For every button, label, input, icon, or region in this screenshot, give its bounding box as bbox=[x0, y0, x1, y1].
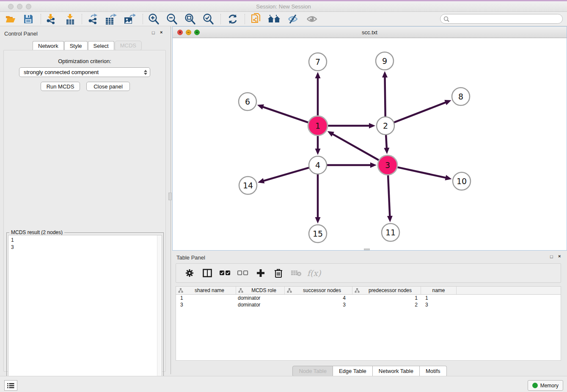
show-all-icon[interactable] bbox=[305, 13, 319, 25]
graph-node-label: 9 bbox=[382, 56, 387, 66]
browser-mode-icon[interactable] bbox=[201, 267, 213, 279]
tab-motifs[interactable]: Motifs bbox=[420, 366, 447, 377]
export-image-icon[interactable] bbox=[122, 13, 137, 25]
tab-edge-table[interactable]: Edge Table bbox=[333, 366, 373, 377]
graph-node-label: 15 bbox=[313, 229, 323, 238]
graph-node-2[interactable]: 2 bbox=[377, 117, 394, 135]
cell-predecessor-nodes[interactable]: 1 bbox=[352, 295, 421, 301]
graph-edge[interactable] bbox=[386, 135, 387, 149]
control-panel: Control Panel □ × Network Style Select M… bbox=[0, 26, 169, 374]
tab-node-table[interactable]: Node Table bbox=[292, 366, 333, 377]
table-row[interactable]: 3 dominator 3 2 3 bbox=[176, 301, 561, 308]
hide-selected-icon[interactable] bbox=[286, 13, 300, 25]
tab-select[interactable]: Select bbox=[88, 41, 114, 51]
network-canvas[interactable]: 7968124314101511 bbox=[173, 38, 564, 251]
zoom-fit-icon[interactable] bbox=[183, 13, 197, 25]
toolbar-separator bbox=[245, 14, 245, 24]
shared-column-icon bbox=[238, 288, 243, 293]
float-panel-icon[interactable]: □ bbox=[152, 30, 155, 35]
cell-shared-name[interactable]: 1 bbox=[176, 295, 236, 301]
graph-node-9[interactable]: 9 bbox=[376, 52, 394, 70]
open-session-icon[interactable] bbox=[3, 13, 18, 25]
refresh-view-icon[interactable] bbox=[226, 13, 240, 25]
zoom-in-icon[interactable] bbox=[146, 13, 161, 25]
search-field[interactable] bbox=[440, 14, 563, 24]
export-table-icon[interactable] bbox=[104, 13, 118, 25]
graph-node-8[interactable]: 8 bbox=[452, 88, 470, 105]
column-header-shared-name[interactable]: shared name bbox=[176, 287, 236, 294]
toolbar-separator bbox=[143, 14, 143, 24]
float-table-panel-icon[interactable]: □ bbox=[550, 254, 553, 259]
memory-button[interactable]: Memory bbox=[528, 380, 563, 391]
cell-mcds-role[interactable]: dominator bbox=[236, 302, 285, 308]
table-panel: Table Panel □ × f(x bbox=[172, 251, 567, 374]
function-builder-icon[interactable]: f(x) bbox=[308, 267, 320, 279]
first-neighbors-icon[interactable] bbox=[267, 13, 281, 25]
graph-edge[interactable] bbox=[388, 175, 390, 217]
graph-edge[interactable] bbox=[263, 168, 309, 181]
column-header-successor-nodes[interactable]: successor nodes bbox=[285, 287, 352, 294]
tab-mcds[interactable]: MCDS bbox=[115, 41, 142, 51]
cell-predecessor-nodes[interactable]: 2 bbox=[352, 302, 421, 308]
column-header-predecessor-nodes[interactable]: predecessor nodes bbox=[352, 287, 421, 294]
cell-name[interactable]: 3 bbox=[421, 302, 457, 308]
cell-successor-nodes[interactable]: 4 bbox=[285, 295, 352, 301]
clone-network-icon[interactable] bbox=[249, 13, 263, 25]
graph-node-4[interactable]: 4 bbox=[309, 156, 327, 174]
save-session-icon[interactable] bbox=[21, 13, 36, 25]
add-column-icon[interactable] bbox=[255, 267, 267, 279]
graph-node-1[interactable]: 1 bbox=[308, 116, 328, 135]
table-row[interactable]: 1 dominator 4 1 1 bbox=[176, 295, 561, 301]
cell-mcds-role[interactable]: dominator bbox=[236, 295, 285, 301]
export-network-icon[interactable] bbox=[85, 13, 100, 25]
graph-node-10[interactable]: 10 bbox=[453, 172, 471, 190]
column-header-name[interactable]: name bbox=[421, 287, 457, 294]
toolbar-separator bbox=[220, 14, 221, 24]
graph-edge[interactable] bbox=[262, 107, 308, 123]
tab-style[interactable]: Style bbox=[64, 41, 88, 51]
network-view-window: × − + scc.txt 7968124314101511 bbox=[172, 26, 567, 251]
tab-network[interactable]: Network bbox=[33, 41, 64, 51]
task-history-button[interactable] bbox=[4, 380, 17, 391]
application-window: Session: New Session bbox=[0, 0, 567, 392]
panel-splitter-handle[interactable] bbox=[168, 193, 172, 200]
graph-node-6[interactable]: 6 bbox=[239, 93, 256, 110]
import-network-icon[interactable] bbox=[44, 13, 58, 25]
graph-node-label: 8 bbox=[458, 92, 463, 101]
graph-edge[interactable] bbox=[385, 77, 385, 117]
cell-shared-name[interactable]: 3 bbox=[176, 302, 236, 308]
cell-name[interactable]: 1 bbox=[421, 295, 457, 301]
mcds-result-text[interactable]: 1 3 bbox=[8, 235, 162, 391]
shared-column-icon bbox=[287, 288, 292, 293]
mcds-result-scrollbar[interactable] bbox=[157, 235, 162, 390]
delete-table-icon[interactable] bbox=[290, 267, 302, 279]
delete-column-icon[interactable] bbox=[272, 267, 284, 279]
graph-node-11[interactable]: 11 bbox=[382, 224, 399, 241]
cell-successor-nodes[interactable]: 3 bbox=[285, 302, 352, 308]
search-input[interactable] bbox=[449, 16, 562, 22]
graph-edge[interactable] bbox=[332, 134, 379, 160]
graph-node-14[interactable]: 14 bbox=[239, 177, 257, 194]
close-panel-button[interactable]: Close panel bbox=[86, 82, 130, 91]
panel-splitter[interactable] bbox=[171, 26, 171, 374]
graph-node-7[interactable]: 7 bbox=[309, 53, 327, 71]
zoom-out-icon[interactable] bbox=[165, 13, 179, 25]
close-panel-icon[interactable]: × bbox=[160, 30, 162, 35]
tab-network-table[interactable]: Network Table bbox=[373, 366, 420, 377]
graph-node-15[interactable]: 15 bbox=[309, 225, 327, 243]
run-mcds-button[interactable]: Run MCDS bbox=[41, 82, 80, 91]
deselect-all-icon[interactable] bbox=[237, 267, 249, 279]
zoom-selected-icon[interactable] bbox=[201, 13, 215, 25]
close-table-panel-icon[interactable]: × bbox=[558, 254, 561, 259]
graph-edge[interactable] bbox=[394, 102, 446, 122]
network-table-splitter-handle[interactable] bbox=[364, 248, 370, 250]
optimization-criterion-select[interactable]: strongly connected component bbox=[19, 67, 150, 77]
graph-node-label: 1 bbox=[315, 121, 320, 130]
graph-edge-arrowhead bbox=[315, 149, 321, 155]
column-header-mcds-role[interactable]: MCDS role bbox=[236, 287, 285, 294]
graph-edge[interactable] bbox=[397, 167, 446, 178]
graph-node-3[interactable]: 3 bbox=[378, 155, 397, 175]
select-all-icon[interactable] bbox=[219, 267, 231, 279]
table-settings-icon[interactable] bbox=[184, 267, 195, 279]
import-table-icon[interactable] bbox=[63, 13, 77, 25]
